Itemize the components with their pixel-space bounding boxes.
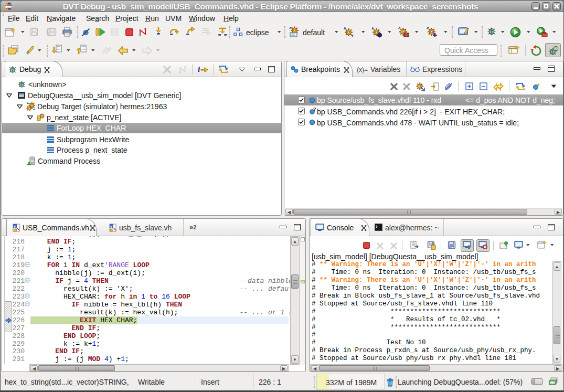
svg-text:?: ? [313,107,316,112]
svg-text:v: v [110,225,112,228]
svg-text:i: i [198,65,200,73]
svg-text:v: v [14,225,16,228]
